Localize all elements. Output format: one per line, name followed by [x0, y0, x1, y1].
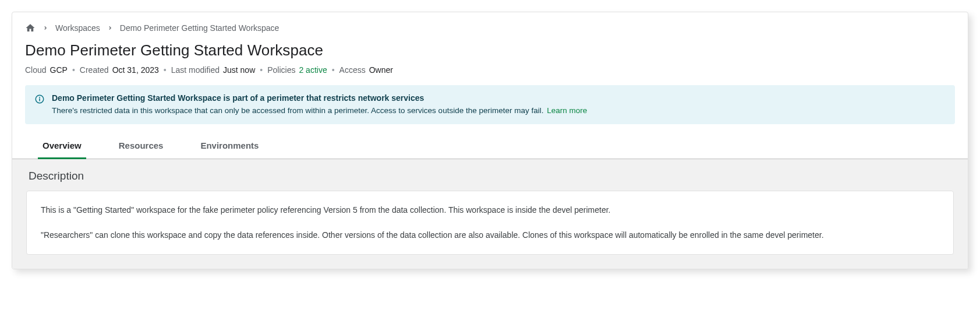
tab-resources[interactable]: Resources: [114, 132, 168, 159]
meta-cloud-value: GCP: [50, 65, 68, 75]
tabs: Overview Resources Environments: [12, 132, 968, 159]
meta-separator: •: [331, 65, 336, 75]
tab-environments[interactable]: Environments: [196, 132, 263, 159]
meta-separator: •: [162, 65, 168, 75]
meta-cloud-label: Cloud: [25, 65, 47, 75]
breadcrumb-workspaces-link[interactable]: Workspaces: [55, 23, 100, 33]
breadcrumb-current: Demo Perimeter Getting Started Workspace: [120, 23, 280, 33]
overview-content: Description This is a "Getting Started" …: [12, 159, 968, 269]
meta-separator: •: [71, 65, 76, 75]
meta-created-label: Created: [80, 65, 109, 75]
alert-title: Demo Perimeter Getting Started Workspace…: [52, 93, 946, 103]
alert-body: There's restricted data in this workspac…: [52, 106, 946, 115]
perimeter-alert: Demo Perimeter Getting Started Workspace…: [25, 85, 955, 124]
page-title: Demo Perimeter Getting Started Workspace: [25, 41, 955, 59]
chevron-right-icon: [43, 24, 48, 33]
workspace-meta: Cloud GCP • Created Oct 31, 2023 • Last …: [25, 65, 955, 75]
description-paragraph-1: This is a "Getting Started" workspace fo…: [41, 204, 939, 216]
description-heading: Description: [26, 170, 954, 182]
meta-created-value: Oct 31, 2023: [112, 65, 159, 75]
breadcrumb: Workspaces Demo Perimeter Getting Starte…: [25, 23, 955, 33]
description-card: This is a "Getting Started" workspace fo…: [26, 191, 954, 255]
meta-access-value: Owner: [369, 65, 393, 75]
meta-access-label: Access: [339, 65, 366, 75]
header-area: Workspaces Demo Perimeter Getting Starte…: [12, 12, 968, 75]
learn-more-link[interactable]: Learn more: [547, 106, 587, 115]
home-icon[interactable]: [25, 23, 36, 33]
tab-overview[interactable]: Overview: [38, 132, 86, 159]
meta-policies-value[interactable]: 2 active: [299, 65, 327, 75]
description-paragraph-2: "Researchers" can clone this workspace a…: [41, 229, 939, 241]
meta-modified-value: Just now: [223, 65, 255, 75]
alert-content: Demo Perimeter Getting Started Workspace…: [52, 93, 946, 115]
workspace-page-card: Workspaces Demo Perimeter Getting Starte…: [12, 12, 968, 269]
alert-body-text: There's restricted data in this workspac…: [52, 106, 543, 115]
info-icon: [34, 94, 45, 104]
chevron-right-icon: [107, 24, 113, 33]
meta-modified-label: Last modified: [171, 65, 220, 75]
meta-separator: •: [259, 65, 264, 75]
meta-policies-label: Policies: [267, 65, 295, 75]
